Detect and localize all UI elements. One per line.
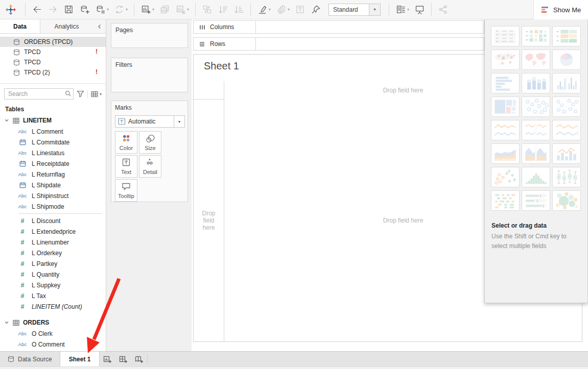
collapse-pane-button[interactable] bbox=[93, 19, 106, 33]
field-item[interactable]: #L Discount bbox=[0, 215, 106, 226]
pause-auto-updates-button[interactable]: ▾ bbox=[92, 2, 111, 17]
new-worksheet-button[interactable]: ▾ bbox=[138, 2, 157, 17]
new-dashboard-button[interactable] bbox=[115, 352, 131, 366]
fit-selector[interactable]: Standard▾ bbox=[328, 4, 381, 16]
detail-button[interactable]: Detail bbox=[139, 155, 161, 178]
chevron-down-icon[interactable] bbox=[4, 320, 9, 325]
field-item[interactable]: #L Extendedprice bbox=[0, 226, 106, 237]
undo-button[interactable] bbox=[29, 2, 45, 17]
showme-dual-combination[interactable] bbox=[552, 143, 581, 164]
showme-treemap[interactable] bbox=[491, 96, 520, 117]
field-item[interactable]: AbcO Comment bbox=[0, 339, 106, 350]
showme-pie-chart[interactable] bbox=[552, 50, 581, 70]
highlight-button[interactable]: ▾ bbox=[254, 2, 273, 17]
tab-data[interactable]: Data bbox=[0, 19, 40, 33]
group-members-button[interactable]: ▾ bbox=[273, 2, 292, 17]
sort-ascending-button[interactable] bbox=[215, 2, 231, 17]
field-item[interactable]: #L Linenumber bbox=[0, 237, 106, 248]
datasource-item[interactable]: TPCD! bbox=[0, 47, 106, 57]
tab-data-source[interactable]: Data Source bbox=[0, 352, 60, 366]
datasource-item[interactable]: TPCD (2)! bbox=[0, 67, 106, 78]
new-data-source-button[interactable] bbox=[77, 2, 92, 17]
table-header-lineitem[interactable]: LINEITEM bbox=[0, 115, 106, 126]
field-item[interactable]: #L Quantity bbox=[0, 269, 106, 280]
field-item[interactable]: AbcL Shipinstruct bbox=[0, 190, 106, 201]
showme-gantt[interactable] bbox=[491, 190, 520, 211]
show-hide-cards-button[interactable]: ▾ bbox=[393, 2, 412, 17]
search-input[interactable] bbox=[4, 88, 74, 100]
field-item[interactable]: AbcL Linestatus bbox=[0, 147, 106, 158]
text-button[interactable]: Text bbox=[115, 155, 137, 178]
showme-text-table[interactable] bbox=[491, 26, 520, 46]
field-item[interactable]: L Commitdate bbox=[0, 137, 106, 147]
clear-sheet-button[interactable]: ▾ bbox=[173, 2, 192, 17]
mark-type-dropdown[interactable]: Automatic ▾ bbox=[115, 115, 185, 128]
tab-sheet-1[interactable]: Sheet 1 bbox=[60, 352, 100, 366]
tooltip-button[interactable]: Tooltip bbox=[115, 179, 137, 202]
save-button[interactable] bbox=[61, 2, 77, 17]
field-item[interactable]: AbcL Returnflag bbox=[0, 169, 106, 180]
dropdown-caret-icon: ▾ bbox=[152, 7, 154, 12]
showme-horizontal-bars[interactable] bbox=[491, 73, 520, 93]
show-me-panel-subtitle: Use the Shift or Cmd key to select multi… bbox=[491, 232, 577, 251]
filters-shelf[interactable]: Filters bbox=[111, 58, 188, 92]
field-item[interactable]: #L Orderkey bbox=[0, 248, 106, 258]
field-item[interactable]: L Receiptdate bbox=[0, 158, 106, 169]
presentation-mode-button[interactable] bbox=[412, 2, 428, 17]
sort-descending-button[interactable] bbox=[231, 2, 247, 17]
pages-shelf[interactable]: Pages bbox=[111, 23, 188, 48]
field-item[interactable]: #L Tax bbox=[0, 290, 106, 301]
showme-stacked-bars[interactable] bbox=[522, 73, 550, 93]
filter-fields-button[interactable] bbox=[77, 90, 84, 97]
field-item[interactable]: #L Partkey bbox=[0, 258, 106, 269]
showme-histogram[interactable] bbox=[522, 167, 550, 187]
showme-packed-bubbles[interactable] bbox=[552, 190, 581, 211]
table-header-orders[interactable]: ORDERS bbox=[0, 317, 106, 328]
field-item[interactable]: AbcO Clerk bbox=[0, 328, 106, 339]
showme-filled-map[interactable] bbox=[522, 50, 550, 70]
showme-side-by-side-bars[interactable] bbox=[552, 73, 581, 93]
show-me-button[interactable]: Show Me bbox=[533, 0, 588, 19]
showme-symbol-map[interactable] bbox=[491, 50, 520, 70]
dropdown-caret-icon: ▾ bbox=[107, 7, 109, 12]
chevron-down-icon[interactable] bbox=[4, 118, 9, 123]
share-button[interactable] bbox=[435, 2, 451, 17]
field-item[interactable]: AbcL Comment bbox=[0, 126, 106, 137]
field-item[interactable]: L Shipdate bbox=[0, 180, 106, 190]
showme-box-and-whisker[interactable] bbox=[552, 167, 581, 187]
chevron-down-icon[interactable]: ▾ bbox=[174, 116, 184, 127]
showme-dual-lines[interactable] bbox=[552, 120, 581, 140]
showme-circle-views[interactable] bbox=[522, 96, 550, 117]
new-story-button[interactable] bbox=[131, 352, 147, 366]
fix-axes-button[interactable] bbox=[308, 2, 324, 17]
chevron-down-icon[interactable]: ▾ bbox=[369, 4, 380, 15]
tab-analytics[interactable]: Analytics bbox=[40, 19, 93, 33]
rows-shelf-drop-area[interactable] bbox=[256, 38, 484, 50]
showme-discrete-area[interactable] bbox=[522, 143, 550, 164]
field-item[interactable]: #L Suppkey bbox=[0, 280, 106, 290]
size-button[interactable]: Size bbox=[139, 131, 161, 154]
showme-side-by-side-circles[interactable] bbox=[552, 96, 581, 117]
showme-continuous-lines[interactable] bbox=[491, 120, 520, 140]
showme-continuous-area[interactable] bbox=[491, 143, 520, 164]
field-item[interactable]: AbcL Shipmode bbox=[0, 201, 106, 212]
field-item[interactable]: #LINEITEM (Count) bbox=[0, 301, 106, 312]
columns-shelf-drop-area[interactable] bbox=[256, 21, 484, 33]
show-mark-labels-button[interactable] bbox=[292, 2, 308, 17]
color-button[interactable]: Color bbox=[115, 131, 137, 154]
duplicate-sheet-button[interactable] bbox=[157, 2, 173, 17]
database-icon bbox=[13, 59, 20, 66]
showme-highlight-table[interactable] bbox=[552, 26, 581, 46]
showme-heat-map[interactable] bbox=[522, 26, 550, 46]
redo-button[interactable] bbox=[45, 2, 61, 17]
showme-scatter-plot[interactable] bbox=[491, 167, 520, 187]
view-options-button[interactable]: ▾ bbox=[91, 91, 102, 97]
datasource-item[interactable]: ORDERS (TPCD) bbox=[0, 37, 106, 47]
run-auto-updates-button[interactable]: ▾ bbox=[111, 2, 130, 17]
drop-zone-rows[interactable]: Drop field here bbox=[194, 100, 224, 341]
new-worksheet-button[interactable] bbox=[100, 352, 115, 366]
showme-discrete-lines[interactable] bbox=[522, 120, 550, 140]
swap-rows-columns-button[interactable] bbox=[199, 2, 215, 17]
datasource-item[interactable]: TPCD bbox=[0, 57, 106, 67]
showme-bullet-graph[interactable] bbox=[522, 190, 550, 211]
